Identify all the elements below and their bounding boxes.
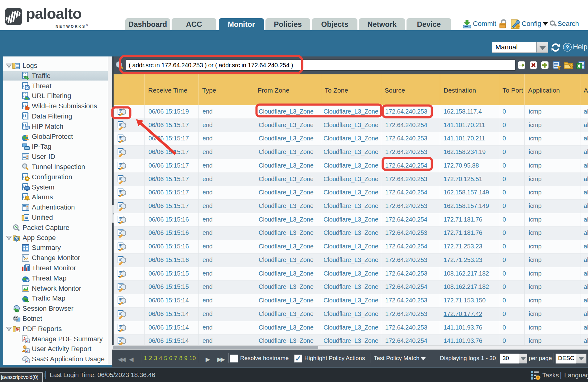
svg-text:?: ? (565, 44, 569, 51)
